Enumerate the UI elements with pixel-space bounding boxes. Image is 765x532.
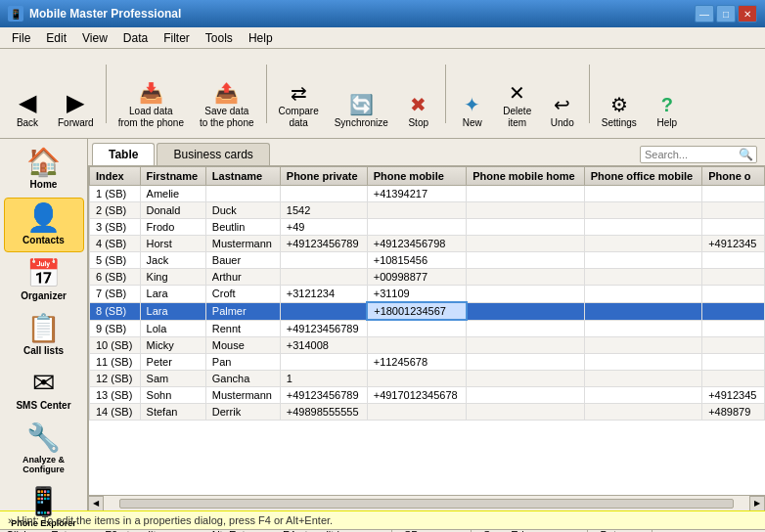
hint-text: » Hint: To edit the items in a propertie… <box>8 514 333 526</box>
menu-filter[interactable]: Filter <box>156 29 198 47</box>
table-row[interactable]: 7 (SB)LaraCroft+3121234+31109 <box>90 286 765 303</box>
menu-file[interactable]: File <box>4 29 38 47</box>
sidebar-item-contacts[interactable]: 👤 Contacts <box>4 198 84 252</box>
new-button[interactable]: ✦ New <box>451 58 494 134</box>
table-header-row: Index Firstname Lastname Phone private P… <box>90 167 765 186</box>
compare-label: Compare data <box>279 106 319 129</box>
tab-table[interactable]: Table <box>92 143 155 165</box>
table-row[interactable]: 14 (SB)StefanDerrik+49898555555+489879 <box>90 403 765 420</box>
table-row[interactable]: 12 (SB)SamGancha1 <box>90 370 765 386</box>
settings-label: Settings <box>602 117 637 129</box>
table-cell: Croft <box>205 286 280 303</box>
sidebar-item-call-lists[interactable]: 📋 Call lists <box>4 309 84 362</box>
sidebar-item-organizer[interactable]: 📅 Organizer <box>4 254 84 307</box>
table-cell: 9 (SB) <box>90 320 141 336</box>
sidebar-item-sms[interactable]: ✉ SMS Center <box>4 364 84 417</box>
table-cell <box>467 336 584 353</box>
table-cell: 6 (SB) <box>90 269 141 286</box>
menu-data[interactable]: Data <box>115 29 156 47</box>
contacts-icon: 👤 <box>26 204 61 232</box>
table-cell <box>367 336 466 353</box>
table-cell: Donald <box>140 202 205 219</box>
table-cell: +49123456789 <box>280 236 367 252</box>
col-firstname[interactable]: Firstname <box>140 167 205 186</box>
app-icon: 📱 <box>8 6 23 22</box>
tab-business-cards[interactable]: Business cards <box>157 143 269 165</box>
menu-help[interactable]: Help <box>241 29 281 47</box>
table-row[interactable]: 10 (SB)MickyMouse+314008 <box>90 336 765 353</box>
table-cell <box>467 370 584 386</box>
table-cell <box>702 286 765 303</box>
table-cell: Sam <box>140 370 205 386</box>
table-cell <box>702 336 765 353</box>
status-battery: Bat: 99% <box>600 529 652 533</box>
maximize-button[interactable]: □ <box>716 5 736 22</box>
table-cell: +49123456798 <box>367 236 466 252</box>
scroll-left-button[interactable]: ◀ <box>88 496 104 511</box>
table-row[interactable]: 11 (SB)PeterPan+11245678 <box>90 353 765 370</box>
home-icon: 🏠 <box>26 149 61 176</box>
table-cell <box>584 353 701 370</box>
minimize-button[interactable]: — <box>695 5 714 22</box>
new-icon: ✦ <box>464 95 480 114</box>
col-phone-private[interactable]: Phone private <box>280 167 367 186</box>
table-row[interactable]: 9 (SB)LolaRennt+49123456789 <box>90 320 765 336</box>
table-cell: Sohn <box>140 386 205 403</box>
col-phone-office-mobile[interactable]: Phone office mobile <box>584 167 701 186</box>
help-button[interactable]: ? Help <box>646 58 689 134</box>
table-cell: 5 (SB) <box>90 252 141 269</box>
forward-button[interactable]: ▶ Forward <box>51 58 101 134</box>
table-cell <box>280 269 367 286</box>
col-phone-o[interactable]: Phone o <box>702 167 765 186</box>
table-cell: Arthur <box>205 269 280 286</box>
app-title: Mobile Master Professional <box>29 7 695 21</box>
menu-tools[interactable]: Tools <box>198 29 241 47</box>
stop-button[interactable]: ✖ Stop <box>397 58 440 134</box>
table-row[interactable]: 6 (SB)KingArthur+00998877 <box>90 269 765 286</box>
col-phone-mobile-home[interactable]: Phone mobile home <box>467 167 584 186</box>
save-button[interactable]: 📤 Save data to the phone <box>193 58 261 134</box>
table-cell: 12 (SB) <box>90 370 141 386</box>
sidebar-item-analyze[interactable]: 🔧 Analyze & Configure <box>4 419 84 480</box>
table-cell: +49123456789 <box>280 386 367 403</box>
separator-2 <box>266 65 267 123</box>
sidebar-item-home[interactable]: 🏠 Home <box>4 143 84 196</box>
compare-button[interactable]: ⇄ Compare data <box>272 58 326 134</box>
analyze-icon: 🔧 <box>26 424 61 452</box>
load-label: Load data from the phone <box>118 106 184 129</box>
synchronize-button[interactable]: 🔄 Synchronize <box>328 58 395 134</box>
col-lastname[interactable]: Lastname <box>205 167 280 186</box>
menu-edit[interactable]: Edit <box>38 29 74 47</box>
table-row[interactable]: 4 (SB)HorstMustermann+49123456789+491234… <box>90 236 765 252</box>
load-button[interactable]: 📥 Load data from the phone <box>112 58 191 134</box>
table-row[interactable]: 3 (SB)FrodoBeutlin+49 <box>90 219 765 236</box>
table-row[interactable]: 1 (SB)Amelie+41394217 <box>90 186 765 202</box>
table-cell: +31109 <box>367 286 466 303</box>
table-cell: Lara <box>140 302 205 320</box>
table-row[interactable]: 2 (SB)DonaldDuck1542 <box>90 202 765 219</box>
table-cell <box>702 252 765 269</box>
table-row[interactable]: 13 (SB)SohnMustermann+49123456789+491701… <box>90 386 765 403</box>
horizontal-scrollbar[interactable]: ◀ ▶ <box>88 495 765 510</box>
table-cell <box>467 320 584 336</box>
delete-button[interactable]: ✕ Delete item <box>496 58 539 134</box>
analyze-label: Analyze & Configure <box>22 455 65 474</box>
table-row[interactable]: 5 (SB)JackBauer+10815456 <box>90 252 765 269</box>
scroll-right-button[interactable]: ▶ <box>749 496 765 511</box>
scroll-track[interactable] <box>119 499 734 509</box>
table-cell <box>467 353 584 370</box>
col-phone-mobile[interactable]: Phone mobile <box>367 167 466 186</box>
settings-button[interactable]: ⚙ Settings <box>595 58 644 134</box>
table-cell: +49 <box>280 219 367 236</box>
col-index[interactable]: Index <box>90 167 141 186</box>
close-button[interactable]: ✕ <box>738 5 757 22</box>
back-button[interactable]: ◀ Back <box>6 58 49 134</box>
table-cell <box>367 370 466 386</box>
sync-label: Synchronize <box>335 117 388 129</box>
menu-view[interactable]: View <box>74 29 115 47</box>
stop-label: Stop <box>408 117 428 129</box>
table-cell <box>467 286 584 303</box>
window-controls: — □ ✕ <box>695 5 757 22</box>
table-row[interactable]: 8 (SB)LaraPalmer+18001234567 <box>90 302 765 320</box>
undo-button[interactable]: ↩ Undo <box>541 58 584 134</box>
